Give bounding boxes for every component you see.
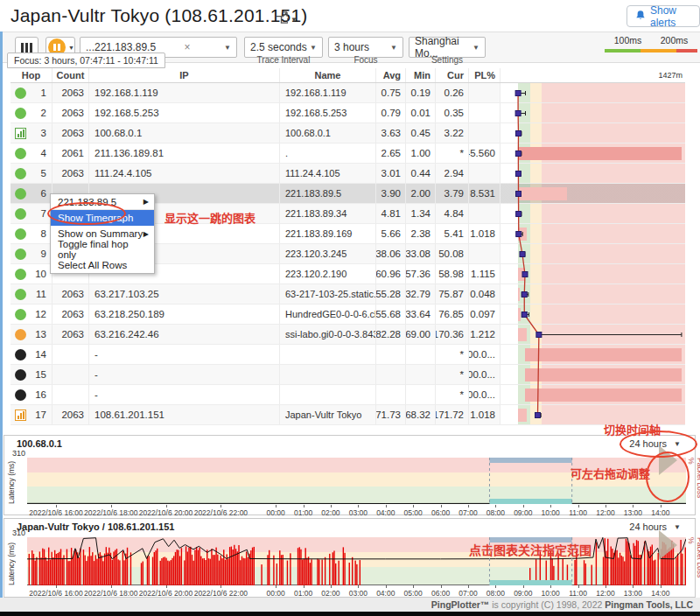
y-axis-max-label: 310 <box>12 449 25 458</box>
x-tick-label: 13:00 <box>624 589 642 598</box>
column-header[interactable]: PL% <box>469 68 500 82</box>
context-menu-item[interactable]: Toggle final hop only <box>51 242 154 257</box>
cell-name <box>280 385 376 404</box>
cell-count <box>52 345 89 364</box>
column-header[interactable]: Hop <box>10 68 52 82</box>
cell-pl: 0.097 <box>469 304 500 324</box>
cell-cur: 170.36 <box>436 325 469 344</box>
x-tick-label: 08:00 <box>486 589 505 598</box>
table-row[interactable]: 14-*100.0... <box>10 345 685 365</box>
focus-range-tab[interactable]: Focus: 3 hours, 07:47:11 - 10:47:11 <box>7 52 165 68</box>
column-header[interactable]: Avg <box>376 68 406 82</box>
packet-loss-bar <box>525 388 682 402</box>
bell-icon <box>635 10 646 24</box>
column-header[interactable]: Cur <box>436 68 469 82</box>
cell-min: 0.19 <box>406 83 436 102</box>
cell-name: 223.120.3.245 <box>280 244 376 263</box>
x-tick-label: 02:00 <box>321 589 340 598</box>
packet-loss-bar <box>525 368 682 382</box>
context-menu-item[interactable]: 221.183.89.5▶ <box>51 194 154 210</box>
cell-avg: 171.73 <box>376 405 406 424</box>
table-row[interactable]: 172063108.61.201.151Japan-Vultr Tokyo171… <box>10 405 685 425</box>
context-menu-item[interactable]: Show Timegraph <box>51 210 154 226</box>
cell-count <box>52 385 89 404</box>
latency-mini-graph-cell <box>500 244 685 263</box>
share-button[interactable]: ▼ <box>275 10 304 28</box>
table-row[interactable]: 22063192.168.5.253192.168.5.2530.790.010… <box>10 103 685 123</box>
menu-item-label: 221.183.89.5 <box>58 197 116 207</box>
packet-loss-axis-label: Packet Loss % <box>687 537 700 585</box>
cell-count: 2063 <box>52 164 89 183</box>
copyright-footer: PingPlotter™ is copyright (C) 1998, 2022… <box>0 598 700 612</box>
hop-status-warning-icon <box>15 329 26 340</box>
column-header[interactable]: Min <box>406 68 436 82</box>
hop-status-ok-icon <box>15 309 26 320</box>
legend-100ms-label: 100ms <box>614 35 642 46</box>
x-tick-label: 05:00 <box>404 508 423 517</box>
x-tick-label: 10:00 <box>542 508 560 517</box>
cell-pl: 1.212 <box>469 325 500 344</box>
cell-name: . <box>280 144 376 163</box>
column-header[interactable]: Count <box>52 68 89 82</box>
hop-status-ok-icon <box>15 228 26 240</box>
cell-name: 192.168.1.119 <box>280 83 376 102</box>
cell-ip: 63.218.250.189 <box>89 304 280 324</box>
target-address-value: ...221.183.89.5 <box>86 41 156 53</box>
cell-cur: 50.08 <box>436 244 469 263</box>
latency-mini-graph-cell <box>500 164 685 183</box>
table-row[interactable]: 13206363.216.242.46ssi-labo.gi0-0-0-3.84… <box>10 325 685 345</box>
window-left-border <box>0 32 3 612</box>
x-tick-label: 2022/10/6 20:00 <box>139 589 192 598</box>
x-tick-label: 08:00 <box>486 508 505 517</box>
show-alerts-button[interactable]: Show alerts <box>626 5 700 27</box>
x-tick-label: 2022/10/6 22:00 <box>194 589 248 598</box>
table-row[interactable]: 11206363.217.103.2563-217-103-25.static.… <box>10 284 685 304</box>
table-row[interactable]: 52063111.24.4.105111.24.4.1053.010.442.9… <box>10 164 685 184</box>
cell-min: 32.79 <box>406 284 436 304</box>
chevron-down-icon: ▼ <box>290 16 298 24</box>
table-row[interactable]: 12206363.218.250.189HundredGE0-0-0-6.cl.… <box>10 304 685 325</box>
cell-name: HundredGE0-0-0-6.cl... <box>280 304 376 324</box>
hop-status-down-icon <box>15 369 26 381</box>
hop-number: 13 <box>35 329 46 340</box>
cell-count: 2063 <box>52 123 89 143</box>
hop-number: 8 <box>41 228 46 239</box>
drag-handle-icon[interactable] <box>659 530 677 560</box>
annotation-switch-axis: 切换时间轴 <box>604 421 661 438</box>
annotation-show-timegraph: 显示这一跳的图表 <box>164 209 256 226</box>
x-tick-label: 09:00 <box>514 589 532 598</box>
hop-status-ok-icon <box>15 269 26 280</box>
chevron-down-icon: ▼ <box>472 44 480 52</box>
clear-target-icon[interactable]: × <box>185 41 196 53</box>
y-axis-max-label: 310 <box>12 528 25 537</box>
legend-gradient-bar <box>605 49 697 52</box>
cell-ip: 111.24.4.105 <box>89 164 280 183</box>
cell-ip: 192.168.1.119 <box>89 83 280 102</box>
drag-handle-icon[interactable] <box>659 445 677 475</box>
cell-name: 221.183.89.169 <box>280 224 376 243</box>
x-tick-label: 2022/10/6 18:00 <box>84 508 137 517</box>
table-row[interactable]: 12063192.168.1.119192.168.1.1190.750.190… <box>10 83 685 103</box>
cell-ip: - <box>89 345 280 364</box>
cell-name: 111.24.4.105 <box>280 164 376 183</box>
latency-mini-graph-cell <box>500 224 685 243</box>
table-row[interactable]: 16-*100.0... <box>10 385 685 405</box>
cell-ip: 211.136.189.81 <box>89 144 280 163</box>
column-header[interactable]: Name <box>280 68 376 82</box>
column-header[interactable]: IP <box>89 68 280 82</box>
packet-loss-bar <box>518 308 521 321</box>
cell-count: 2063 <box>52 325 89 344</box>
cell-name: ssi-labo.gi0-0-0-3.843... <box>280 325 376 344</box>
table-row[interactable]: 32063100.68.0.1100.68.0.13.630.453.22 <box>10 123 685 144</box>
context-menu-item[interactable]: Select All Rows <box>51 257 154 273</box>
cell-ip: - <box>89 365 280 384</box>
latency-axis-label: Latency (ms) <box>7 458 16 504</box>
cell-min: 168.32 <box>406 405 436 424</box>
table-row[interactable]: 42061211.136.189.81.2.651.00*45.560 <box>10 144 685 164</box>
x-tick-label: 12:00 <box>596 508 614 517</box>
packet-loss-bar <box>518 147 682 160</box>
table-row[interactable]: 15-*100.0... <box>10 365 685 385</box>
cell-min: 2.38 <box>406 224 436 243</box>
cell-name: 100.68.0.1 <box>280 123 376 143</box>
cell-min: 1.34 <box>406 204 436 223</box>
